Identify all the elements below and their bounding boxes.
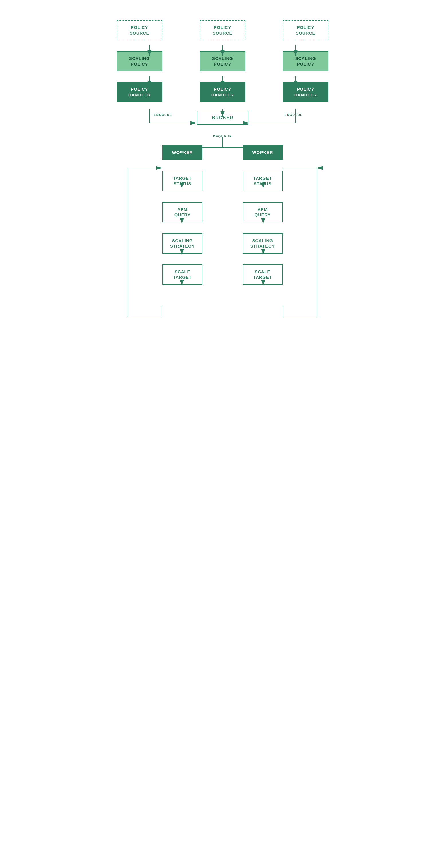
apm-query-2: APM QUERY xyxy=(242,202,283,222)
scaling-policy-3: SCALING POLICY xyxy=(283,51,328,71)
scaling-policy-1: SCALING POLICY xyxy=(117,51,162,71)
policy-handler-1: POLICY HANDLER xyxy=(117,82,162,102)
broker: BROKER xyxy=(197,111,248,125)
col-1: POLICY SOURCE SCALING POLICY POLICY HAND… xyxy=(117,20,162,102)
col-2: POLICY SOURCE SCALING POLICY POLICY HAND… xyxy=(200,20,245,102)
policy-source-2: POLICY SOURCE xyxy=(200,20,245,40)
enqueue-label-right: ENQUEUE xyxy=(284,113,303,117)
apm-query-1: APM QUERY xyxy=(162,202,203,222)
worker-col-2: WORKER TARGET STATUS APM QUERY SCALING S… xyxy=(242,145,283,305)
policy-handler-2: POLICY HANDLER xyxy=(200,82,245,102)
scaling-policy-2: SCALING POLICY xyxy=(200,51,245,71)
policy-source-3: POLICY SOURCE xyxy=(283,20,328,40)
scale-target-1: SCALE TARGET xyxy=(162,265,203,285)
worker-2: WORKER xyxy=(242,145,283,160)
scaling-strategy-1: SCALING STRATEGY xyxy=(162,233,203,254)
col-3: POLICY SOURCE SCALING POLICY POLICY HAND… xyxy=(283,20,328,102)
policy-handler-3: POLICY HANDLER xyxy=(283,82,328,102)
worker-col-1: WORKER TARGET STATUS APM QUERY SCALING S… xyxy=(162,145,203,305)
target-status-2: TARGET STATUS xyxy=(242,171,283,191)
diagram: POLICY SOURCE SCALING POLICY POLICY HAND… xyxy=(111,11,334,313)
dequeue-label: DEQUEUE xyxy=(213,134,232,138)
enqueue-label-left: ENQUEUE xyxy=(154,113,172,117)
scale-target-2: SCALE TARGET xyxy=(242,265,283,285)
scaling-strategy-2: SCALING STRATEGY xyxy=(242,233,283,254)
target-status-1: TARGET STATUS xyxy=(162,171,203,191)
policy-source-1: POLICY SOURCE xyxy=(117,20,162,40)
worker-1: WORKER xyxy=(162,145,203,160)
